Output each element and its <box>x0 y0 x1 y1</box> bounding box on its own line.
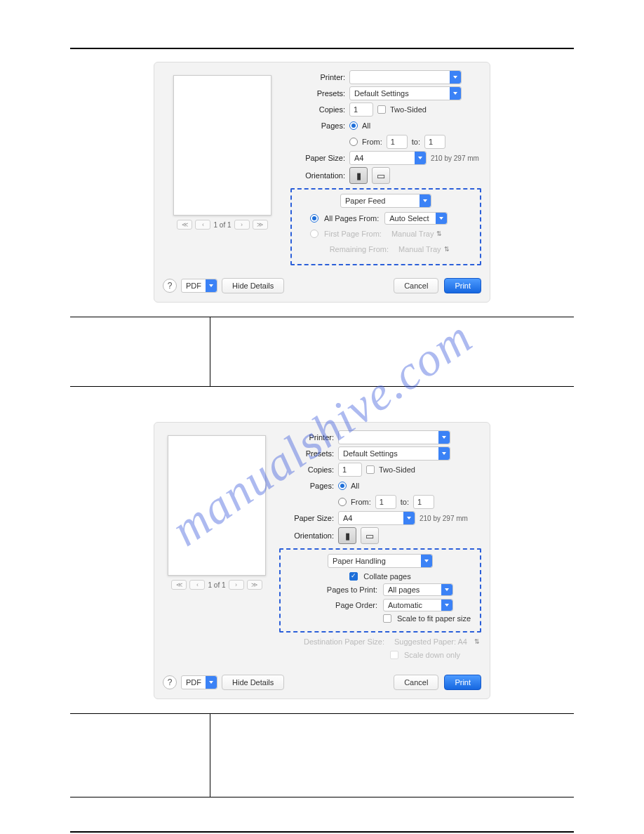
top-divider <box>70 48 574 49</box>
pages-from-radio[interactable] <box>338 498 347 506</box>
collate-checkbox[interactable] <box>349 572 358 581</box>
pager-first-icon[interactable]: ≪ <box>177 220 192 230</box>
presets-label: Presets: <box>290 89 345 98</box>
print-dialog-2: ≪ ‹ 1 of 1 › ≫ Printer: Presets: Default… <box>154 422 490 699</box>
two-sided-checkbox[interactable] <box>366 465 375 474</box>
pager-next-icon[interactable]: › <box>229 580 244 590</box>
paper-size-select[interactable]: A4 <box>349 151 427 165</box>
scale-to-fit-checkbox[interactable] <box>383 614 391 623</box>
pages-from-input[interactable]: 1 <box>387 135 408 149</box>
print-dialog-1: ≪ ‹ 1 of 1 › ≫ Printer: Presets: Default… <box>154 62 490 303</box>
page-preview <box>168 435 266 576</box>
two-sided-label: Two-Sided <box>390 105 427 114</box>
collate-label: Collate pages <box>363 572 410 581</box>
printer-select[interactable] <box>338 430 450 444</box>
help-button[interactable]: ? <box>163 675 177 689</box>
paper-feed-highlight: Paper Feed All Pages From: Auto Select F… <box>290 188 481 265</box>
pager-next-icon[interactable]: › <box>234 220 250 230</box>
scale-down-label: Scale down only <box>404 651 460 659</box>
pdf-dropdown[interactable]: PDF <box>181 675 217 689</box>
page-order-label: Page Order: <box>286 601 377 609</box>
pdf-dropdown[interactable]: PDF <box>181 279 217 293</box>
orientation-label: Orientation: <box>290 171 345 180</box>
dest-paper-size-select[interactable]: Suggested Paper: A4 <box>390 635 481 648</box>
cancel-button[interactable]: Cancel <box>394 675 438 690</box>
pages-all-label: All <box>362 121 370 130</box>
remaining-from-label: Remaining From: <box>318 245 389 253</box>
presets-select[interactable]: Default Settings <box>338 446 450 461</box>
pages-to-label: to: <box>412 138 420 146</box>
presets-label: Presets: <box>279 449 334 458</box>
copies-label: Copies: <box>290 105 345 114</box>
pages-from-input[interactable]: 1 <box>375 495 396 509</box>
orientation-portrait-icon[interactable]: ▮ <box>349 167 368 184</box>
pages-to-label: to: <box>401 498 409 506</box>
pager-prev-icon[interactable]: ‹ <box>195 220 210 230</box>
printer-label: Printer: <box>290 73 345 81</box>
pages-all-radio[interactable] <box>338 482 347 490</box>
pages-from-radio[interactable] <box>349 138 358 146</box>
all-pages-from-radio[interactable] <box>310 214 318 223</box>
first-page-from-radio[interactable] <box>310 230 318 238</box>
pages-from-label: From: <box>362 138 382 146</box>
pager-last-icon[interactable]: ≫ <box>253 220 268 230</box>
printer-label: Printer: <box>279 433 334 442</box>
first-page-from-label: First Page From: <box>324 230 382 238</box>
options-section-select[interactable]: Paper Feed <box>340 194 431 208</box>
dest-paper-size-label: Destination Paper Size: <box>279 637 384 646</box>
copies-input[interactable]: 1 <box>338 463 362 477</box>
paper-size-label: Paper Size: <box>279 514 334 522</box>
page-preview <box>173 75 271 216</box>
hide-details-button[interactable]: Hide Details <box>222 675 284 690</box>
pages-from-label: From: <box>351 498 371 506</box>
bottom-divider <box>70 831 574 833</box>
copies-input[interactable]: 1 <box>349 102 373 117</box>
remaining-from-select[interactable]: Manual Tray <box>394 243 451 256</box>
presets-select[interactable]: Default Settings <box>349 86 462 100</box>
scale-to-fit-label: Scale to fit paper size <box>397 614 471 623</box>
printer-select[interactable] <box>349 70 462 84</box>
options-section-select[interactable]: Paper Handling <box>328 554 433 568</box>
paper-dims-label: 210 by 297 mm <box>431 154 479 162</box>
paper-size-select[interactable]: A4 <box>338 511 415 525</box>
pages-to-input[interactable]: 1 <box>424 135 445 149</box>
print-button[interactable]: Print <box>444 278 481 293</box>
page-order-select[interactable]: Automatic <box>383 599 453 611</box>
all-pages-from-label: All Pages From: <box>324 214 379 223</box>
pages-label: Pages: <box>279 482 334 490</box>
cancel-button[interactable]: Cancel <box>394 278 438 293</box>
pager-last-icon[interactable]: ≫ <box>247 580 262 590</box>
pager-label: 1 of 1 <box>208 581 225 589</box>
orientation-portrait-icon[interactable]: ▮ <box>338 527 356 544</box>
pages-to-print-select[interactable]: All pages <box>383 583 453 596</box>
table-row-1 <box>70 317 574 387</box>
table-row-2 <box>70 713 574 797</box>
copies-label: Copies: <box>279 465 334 474</box>
two-sided-label: Two-Sided <box>379 465 415 474</box>
print-button[interactable]: Print <box>444 675 481 690</box>
all-pages-from-select[interactable]: Auto Select <box>384 212 448 225</box>
first-page-from-select[interactable]: Manual Tray <box>387 227 444 240</box>
pager-prev-icon[interactable]: ‹ <box>189 580 205 590</box>
pages-label: Pages: <box>290 121 345 130</box>
pages-all-label: All <box>351 482 359 490</box>
scale-down-checkbox[interactable] <box>390 651 398 659</box>
help-button[interactable]: ? <box>163 279 177 293</box>
paper-dims-label: 210 by 297 mm <box>420 515 468 522</box>
orientation-landscape-icon[interactable]: ▭ <box>361 527 379 544</box>
pager-first-icon[interactable]: ≪ <box>171 580 187 590</box>
two-sided-checkbox[interactable] <box>377 105 386 114</box>
pages-to-input[interactable]: 1 <box>413 495 434 509</box>
orientation-landscape-icon[interactable]: ▭ <box>372 167 390 184</box>
paper-handling-highlight: Paper Handling Collate pages Pages to Pr… <box>279 548 481 633</box>
hide-details-button[interactable]: Hide Details <box>222 278 284 293</box>
orientation-label: Orientation: <box>279 531 334 540</box>
pager-label: 1 of 1 <box>213 221 231 229</box>
paper-size-label: Paper Size: <box>290 154 345 162</box>
pages-to-print-label: Pages to Print: <box>286 585 377 594</box>
pages-all-radio[interactable] <box>349 121 358 130</box>
